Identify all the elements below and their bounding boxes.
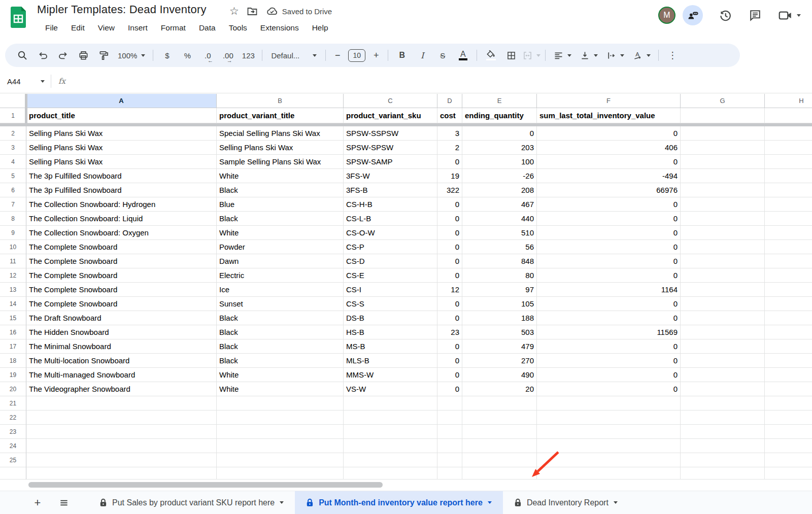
cell-H2[interactable] — [765, 126, 812, 141]
cell-E17[interactable]: 479 — [462, 339, 537, 354]
cell-G6[interactable] — [681, 183, 765, 197]
save-status[interactable]: Saved to Drive — [265, 5, 332, 18]
version-history-icon[interactable] — [718, 8, 733, 23]
italic-button[interactable]: I — [412, 47, 432, 64]
move-to-folder-icon[interactable] — [246, 5, 258, 17]
cell-A9[interactable]: The Collection Snowboard: Oxygen — [26, 226, 217, 240]
cell-A5[interactable]: The 3p Fulfilled Snowboard — [26, 169, 217, 183]
cell-C[interactable] — [344, 467, 437, 479]
cell-D3[interactable]: 2 — [437, 141, 462, 155]
cell-G22[interactable] — [681, 410, 765, 425]
cell-A18[interactable]: The Multi-location Snowboard — [26, 354, 217, 368]
cell-D4[interactable]: 0 — [437, 155, 462, 169]
cell-A1[interactable]: product_title — [26, 108, 217, 123]
menu-data[interactable]: Data — [192, 21, 222, 35]
column-header-H[interactable]: H — [765, 94, 812, 108]
cell-D20[interactable]: 0 — [437, 382, 462, 396]
cell-B14[interactable]: Sunset — [217, 297, 344, 311]
cell-B13[interactable]: Ice — [217, 283, 344, 297]
cell-H25[interactable] — [765, 453, 812, 467]
cell-E8[interactable]: 440 — [462, 212, 537, 226]
cell-G25[interactable] — [681, 453, 765, 467]
cell-C4[interactable]: SPSW-SAMP — [344, 155, 437, 169]
cell-A10[interactable]: The Complete Snowboard — [26, 240, 217, 254]
cell-C13[interactable]: CS-I — [344, 283, 437, 297]
cell-G4[interactable] — [681, 155, 765, 169]
cell-E16[interactable]: 503 — [462, 325, 537, 339]
cell-C2[interactable]: SPSW-SSPSW — [344, 126, 437, 141]
cell-E23[interactable] — [462, 425, 537, 439]
cell-D6[interactable]: 322 — [437, 183, 462, 197]
sheet-tab-caret[interactable] — [614, 501, 618, 504]
cell-E20[interactable]: 20 — [462, 382, 537, 396]
cell-C22[interactable] — [344, 410, 437, 425]
cell-C24[interactable] — [344, 439, 437, 453]
row-number-6[interactable]: 6 — [0, 183, 26, 197]
row-number-20[interactable]: 20 — [0, 382, 26, 396]
cell-D21[interactable] — [437, 396, 462, 410]
cell-A19[interactable]: The Multi-managed Snowboard — [26, 368, 217, 382]
meet-video-icon[interactable] — [777, 8, 801, 23]
cell-A4[interactable]: Selling Plans Ski Wax — [26, 155, 217, 169]
row-number-1[interactable]: 1 — [0, 108, 26, 123]
cell-F4[interactable]: 0 — [537, 155, 681, 169]
cell-G18[interactable] — [681, 354, 765, 368]
cell-H22[interactable] — [765, 410, 812, 425]
menu-tools[interactable]: Tools — [222, 21, 254, 35]
search-icon[interactable] — [12, 47, 32, 64]
menu-insert[interactable]: Insert — [121, 21, 154, 35]
menu-edit[interactable]: Edit — [64, 21, 91, 35]
cell-H13[interactable] — [765, 283, 812, 297]
more-options-button[interactable]: ⋮ — [662, 47, 683, 64]
cell-C7[interactable]: CS-H-B — [344, 197, 437, 212]
cell-E21[interactable] — [462, 396, 537, 410]
cell-A22[interactable] — [26, 410, 217, 425]
collaborators-icon[interactable] — [683, 5, 703, 25]
cell-G1[interactable] — [681, 108, 765, 123]
cell-F2[interactable]: 0 — [537, 126, 681, 141]
cell-B16[interactable]: Black — [217, 325, 344, 339]
cell-F21[interactable] — [537, 396, 681, 410]
menu-extensions[interactable]: Extensions — [254, 21, 306, 35]
cell-G3[interactable] — [681, 141, 765, 155]
row-number-11[interactable]: 11 — [0, 254, 26, 268]
cell-G24[interactable] — [681, 439, 765, 453]
cell-E2[interactable]: 0 — [462, 126, 537, 141]
cell-G15[interactable] — [681, 311, 765, 325]
cell-H1[interactable] — [765, 108, 812, 123]
cell-D12[interactable]: 0 — [437, 268, 462, 283]
cell-G[interactable] — [681, 467, 765, 479]
cell-F15[interactable]: 0 — [537, 311, 681, 325]
cell-D13[interactable]: 12 — [437, 283, 462, 297]
cell-F16[interactable]: 11569 — [537, 325, 681, 339]
redo-button[interactable] — [53, 47, 73, 64]
cell-A21[interactable] — [26, 396, 217, 410]
format-currency-button[interactable]: $ — [157, 47, 177, 64]
cell-A14[interactable]: The Complete Snowboard — [26, 297, 217, 311]
cell-A16[interactable]: The Hidden Snowboard — [26, 325, 217, 339]
bold-button[interactable]: B — [392, 47, 412, 64]
cell-H8[interactable] — [765, 212, 812, 226]
column-header-G[interactable]: G — [681, 94, 765, 108]
row-number-24[interactable]: 24 — [0, 439, 26, 453]
cell-G19[interactable] — [681, 368, 765, 382]
cell-H15[interactable] — [765, 311, 812, 325]
cell-C19[interactable]: MMS-W — [344, 368, 437, 382]
borders-button[interactable] — [501, 47, 521, 64]
cell-A3[interactable]: Selling Plans Ski Wax — [26, 141, 217, 155]
cell-C5[interactable]: 3FS-W — [344, 169, 437, 183]
cell-E3[interactable]: 203 — [462, 141, 537, 155]
cell-H6[interactable] — [765, 183, 812, 197]
cell-H14[interactable] — [765, 297, 812, 311]
cell-H3[interactable] — [765, 141, 812, 155]
cell-C3[interactable]: SPSW-SPSW — [344, 141, 437, 155]
avatar[interactable]: M — [658, 7, 675, 24]
cell-G11[interactable] — [681, 254, 765, 268]
cell-D11[interactable]: 0 — [437, 254, 462, 268]
cell-G7[interactable] — [681, 197, 765, 212]
cell-F8[interactable]: 0 — [537, 212, 681, 226]
cell-E10[interactable]: 56 — [462, 240, 537, 254]
cell-A17[interactable]: The Minimal Snowboard — [26, 339, 217, 354]
horizontal-scrollbar[interactable] — [28, 482, 383, 488]
paint-format-button[interactable] — [93, 47, 114, 64]
